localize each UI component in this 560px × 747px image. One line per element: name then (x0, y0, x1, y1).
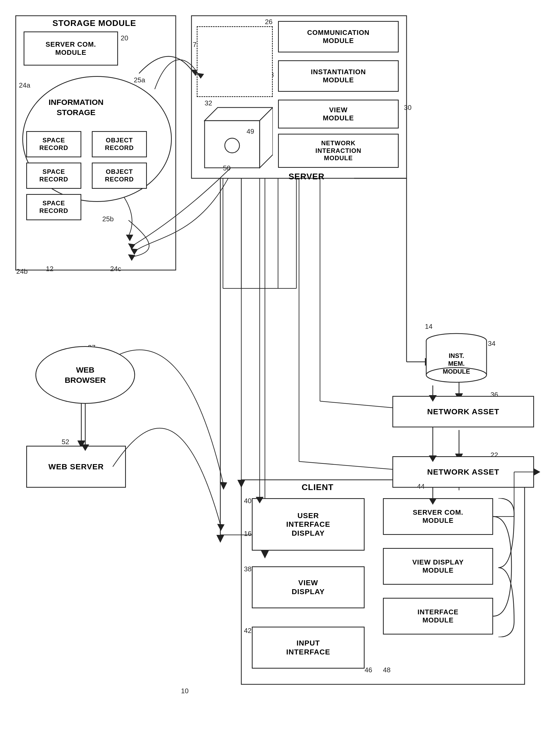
server-com-module-client-box: SERVER COM.MODULE (383, 498, 493, 535)
svg-text:49: 49 (247, 127, 254, 135)
space-record-2-box: SPACERECORD (26, 162, 81, 189)
ref-14: 14 (425, 323, 433, 331)
ref-38: 38 (244, 565, 252, 573)
ref-46: 46 (364, 666, 372, 674)
ref-24a: 24a (19, 81, 30, 89)
ref-24b: 24b (16, 267, 28, 276)
ref-34: 34 (488, 339, 495, 348)
web-server-box: WEB SERVER (26, 446, 126, 488)
svg-line-18 (299, 461, 392, 469)
svg-marker-14 (237, 480, 245, 488)
svg-marker-29 (220, 482, 227, 490)
client-brace-svg (493, 498, 519, 637)
svg-marker-65 (217, 524, 225, 531)
server-label: SERVER (288, 172, 325, 181)
web-browser-ellipse: WEBBROWSER (35, 346, 135, 404)
object-record-1-box: OBJECTRECORD (92, 131, 147, 157)
svg-line-21 (320, 401, 392, 408)
instantiation-module-box: INSTANTIATIONMODULE (278, 60, 399, 92)
svg-marker-16 (261, 550, 269, 559)
svg-marker-62 (128, 254, 135, 261)
information-storage-label: INFORMATIONSTORAGE (46, 97, 106, 118)
svg-marker-63 (131, 249, 138, 255)
ref-42: 42 (244, 627, 252, 635)
ref-20: 20 (121, 34, 128, 42)
ref-40: 40 (244, 497, 252, 505)
view-display-module-box: VIEW DISPLAYMODULE (383, 548, 493, 585)
ref-25b: 25b (102, 215, 113, 223)
server-cube-svg: 49 50 (197, 100, 273, 173)
network-asset-2-box: NETWORK ASSET (392, 456, 534, 488)
ref-30: 30 (404, 104, 411, 112)
dashed-box (197, 26, 273, 97)
svg-text:MODULE: MODULE (443, 368, 470, 375)
ref-25a: 25a (134, 76, 145, 84)
ref-16: 16 (244, 530, 252, 538)
object-record-2-box: OBJECTRECORD (92, 162, 147, 189)
svg-marker-12 (217, 535, 224, 543)
svg-text:50: 50 (223, 164, 231, 172)
svg-text:MEM.: MEM. (448, 360, 465, 367)
ref-44: 44 (417, 483, 425, 491)
ref-48: 48 (383, 666, 390, 674)
svg-text:INST.: INST. (449, 352, 464, 359)
interface-module-box: INTERFACEMODULE (383, 598, 493, 635)
view-display-box: VIEWDISPLAY (252, 566, 364, 608)
space-record-1-box: SPACERECORD (26, 131, 81, 157)
space-record-3-box: SPACERECORD (26, 194, 81, 220)
ref-24c: 24c (110, 265, 121, 273)
client-label: CLIENT (302, 483, 334, 492)
svg-point-35 (225, 138, 239, 153)
user-interface-display-box: USERINTERFACEDISPLAY (252, 498, 364, 550)
svg-marker-25 (126, 235, 133, 241)
network-interaction-module-box: NETWORKINTERACTIONMODULE (278, 134, 399, 168)
view-module-box: VIEWMODULE (278, 100, 399, 128)
ref-12: 12 (46, 265, 53, 273)
storage-module-label: STORAGE MODULE (52, 18, 136, 28)
diagram-container: STORAGE MODULE SERVER COM.MODULE 20 18 2… (0, 0, 560, 747)
communication-module-box: COMMUNICATIONMODULE (278, 21, 399, 52)
input-interface-box: INPUTINTERFACE (252, 627, 364, 669)
network-asset-1-box: NETWORK ASSET (392, 396, 534, 428)
web-browser-label: WEBBROWSER (65, 365, 106, 385)
svg-marker-26 (128, 243, 135, 250)
inst-mem-module-cylinder: INST. MEM. MODULE (425, 333, 488, 385)
ref-10: 10 (181, 687, 188, 695)
svg-marker-69 (533, 468, 540, 476)
server-com-module-box: SERVER COM.MODULE (24, 31, 118, 66)
ref-26: 26 (265, 18, 273, 26)
ref-52: 52 (61, 438, 69, 446)
